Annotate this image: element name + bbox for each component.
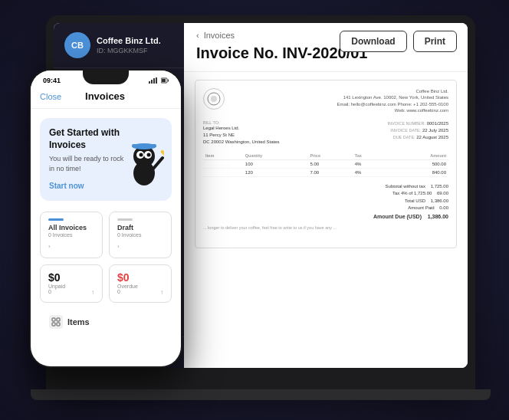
stat-card-draft[interactable]: Draft 0 Invoices ›	[109, 212, 172, 258]
draft-title: Draft	[117, 224, 163, 231]
svg-rect-15	[153, 78, 155, 84]
phone-items-row[interactable]: Items	[40, 310, 172, 333]
phone-items-label: Items	[67, 317, 90, 326]
row1-item	[203, 159, 243, 168]
doc-company-web: Web: www.coffeebinz.com	[337, 107, 448, 113]
action-buttons: Download Print	[340, 31, 457, 52]
amount-paid-row: Amount Paid 0.00	[203, 205, 448, 212]
row1-tax: 4%	[353, 159, 387, 168]
battery-icon	[161, 77, 169, 84]
invoice-document: Coffee Binz Ltd. 141 Lexington Ave. 1000…	[195, 80, 457, 248]
unpaid-arrow: ↑	[91, 289, 94, 296]
overdue-arrow: ↑	[160, 289, 163, 296]
bill-to-address: 11 Percy St NE	[203, 132, 280, 139]
row1-price: 5.00	[308, 159, 353, 168]
svg-rect-19	[168, 80, 169, 82]
invoice-number-label: Invoice Number:	[387, 121, 425, 126]
col-amount: Amount	[387, 152, 448, 160]
phone-header-title: Invoices	[85, 90, 125, 102]
unpaid-label: Unpaid	[48, 284, 94, 289]
stat-label-draft	[117, 218, 163, 221]
doc-bill-to-section: Bill to: Legal Heroes Ltd. 11 Percy St N…	[203, 120, 448, 146]
amount-due-row: Amount Due (USD) 1,386.00	[203, 212, 448, 221]
tax-label: Tax 4% of 1,725.00	[392, 191, 432, 195]
mascot-illustration	[124, 136, 163, 182]
due-date-value: 22 August 2025	[416, 135, 448, 139]
table-row: 120 7.00 4% 840.00	[203, 168, 448, 176]
phone-screen: 09:41 Close Invoices	[31, 71, 181, 366]
all-invoices-title: All Invoices	[48, 224, 94, 231]
get-started-card: Get Started with Invoices You will be re…	[40, 118, 172, 201]
overdue-label: Overdue	[117, 284, 163, 289]
total-row: Total USD 1,386.00	[203, 198, 448, 205]
doc-company-email: Email: hello@coffeebinz.com Phone: +1 20…	[337, 101, 448, 107]
print-button[interactable]: Print	[413, 31, 457, 52]
bill-to-city: DC 20002 Washington, United States	[203, 139, 280, 146]
all-invoices-arrow: ›	[48, 243, 51, 250]
amount-due-label: Amount Due (USD)	[373, 214, 422, 219]
doc-header: Coffee Binz Ltd. 141 Lexington Ave. 1000…	[203, 88, 448, 114]
amount-paid-value: 0.00	[439, 205, 448, 210]
get-started-title: Get Started with Invoices	[49, 127, 124, 151]
phone-close-button[interactable]: Close	[40, 92, 61, 101]
download-button[interactable]: Download	[340, 31, 406, 52]
invoice-date-value: 22 July 2025	[422, 128, 448, 133]
table-row: 100 5.00 4% 500.00	[203, 159, 448, 168]
row1-amount: 500.00	[387, 159, 448, 168]
invoice-table: Item Quantity Price Tax Amount 100 5.00	[203, 152, 448, 177]
total-label: Total USD	[405, 199, 425, 203]
phone-notch	[83, 69, 129, 84]
stat-card-overdue[interactable]: $0 Overdue 0 ↑	[109, 264, 172, 303]
col-quantity: Quantity	[243, 152, 308, 160]
stats-grid: All Invoices 0 Invoices › Draft 0 Invoic…	[40, 212, 172, 303]
svg-rect-16	[156, 77, 157, 84]
draft-arrow: ›	[117, 243, 120, 250]
svg-rect-30	[52, 318, 55, 321]
unpaid-count: 0	[48, 289, 51, 296]
chevron-left-breadcrumb-icon: ‹	[196, 31, 199, 40]
start-now-button[interactable]: Start now	[49, 182, 84, 190]
laptop-base	[31, 389, 491, 400]
get-started-subtitle: You will be ready to rock in no time!	[49, 154, 124, 173]
svg-point-12	[211, 96, 217, 102]
doc-company-address: 141 Lexington Ave. 10002, New York, Unit…	[337, 94, 448, 100]
row2-item	[203, 168, 243, 176]
row2-amount: 840.00	[387, 168, 448, 176]
svg-rect-18	[162, 79, 166, 82]
invoice-date-label: Invoice Date:	[390, 128, 421, 133]
subtotal-label: Subtotal without tax	[386, 184, 425, 189]
company-info: Coffee Binz Ltd. ID: MGGKKMSF	[97, 36, 161, 54]
phone-items-icon	[49, 315, 63, 329]
stat-card-all-invoices[interactable]: All Invoices 0 Invoices ›	[40, 212, 103, 258]
subtotal-value: 1,725.00	[431, 184, 448, 189]
phone-body: Get Started with Invoices You will be re…	[31, 109, 181, 343]
svg-line-26	[153, 158, 163, 169]
col-item: Item	[203, 152, 243, 160]
all-invoices-count: 0 Invoices	[48, 232, 94, 238]
overdue-count: 0	[117, 289, 120, 296]
stat-card-unpaid[interactable]: $0 Unpaid 0 ↑	[40, 264, 103, 303]
svg-rect-13	[149, 81, 150, 84]
company-logo	[203, 88, 225, 110]
amount-paid-label: Amount Paid	[408, 205, 434, 210]
stat-label-all-invoices	[48, 218, 94, 221]
col-tax: Tax	[353, 152, 387, 160]
invoice-number-value: 0001/2025	[427, 121, 448, 126]
company-name: Coffee Binz Ltd.	[97, 36, 161, 46]
svg-rect-32	[52, 323, 55, 326]
breadcrumb-parent[interactable]: Invoices	[204, 31, 235, 40]
phone-time: 09:41	[43, 77, 61, 84]
doc-footer-note: ... longer to deliver your coffee, feel …	[203, 225, 448, 230]
svg-rect-31	[57, 318, 60, 321]
draft-count: 0 Invoices	[117, 232, 163, 238]
doc-company-name: Coffee Binz Ltd.	[337, 88, 448, 94]
sidebar-header: CB Coffee Binz Ltd. ID: MGGKKMSF	[54, 23, 184, 68]
col-price: Price	[308, 152, 353, 160]
doc-totals: Subtotal without tax 1,725.00 Tax 4% of …	[203, 183, 448, 221]
svg-rect-27	[160, 149, 164, 157]
amount-due-value: 1,386.00	[428, 214, 448, 219]
due-date-label: Due Date:	[393, 135, 415, 139]
all-invoices-dot	[48, 218, 64, 221]
phone-status-icons	[149, 77, 169, 84]
svg-rect-29	[132, 144, 156, 147]
